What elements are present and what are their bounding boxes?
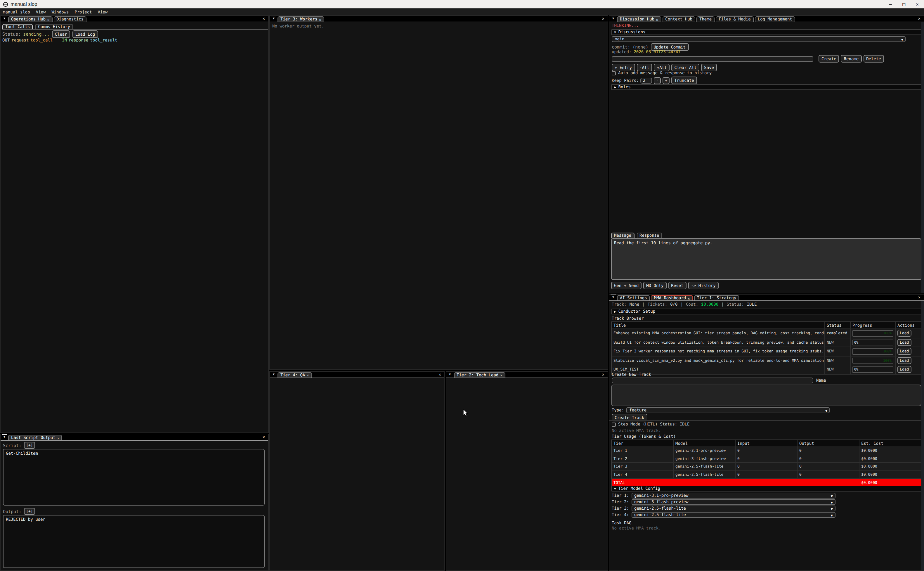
track-description-textarea[interactable] bbox=[611, 384, 921, 406]
mma-scrollbar[interactable] bbox=[921, 301, 923, 570]
panel-menu-icon[interactable]: ▼ bbox=[271, 16, 276, 21]
rename-button[interactable]: Rename bbox=[841, 55, 862, 63]
output-content-box[interactable]: REJECTED by user bbox=[3, 515, 265, 568]
close-tab-icon[interactable]: ✕ bbox=[57, 436, 59, 440]
to-history-button[interactable]: -> History bbox=[688, 282, 719, 289]
tab-files-media[interactable]: Files & Media bbox=[716, 16, 754, 22]
tab-log-management[interactable]: Log Management bbox=[755, 16, 795, 22]
close-tab-icon[interactable]: ✕ bbox=[47, 17, 49, 21]
close-tab-icon[interactable]: ✕ bbox=[500, 373, 502, 377]
tier1-model-select[interactable]: gemini-3.1-pro-preview ▼ bbox=[631, 493, 835, 498]
panel-close-icon[interactable]: ✕ bbox=[599, 372, 607, 377]
roles-section-header[interactable]: ▶ Roles bbox=[611, 84, 922, 90]
panel-menu-icon[interactable]: ▼ bbox=[611, 295, 616, 300]
minimize-button[interactable]: – bbox=[884, 0, 897, 8]
tab-tier1-strategy[interactable]: Tier 1: Strategy bbox=[694, 295, 739, 300]
discussion-select[interactable]: main ▼ bbox=[612, 36, 906, 42]
collapsed-triangle-icon: ▶ bbox=[614, 310, 616, 313]
conductor-setup-header[interactable]: ▶ Conductor Setup bbox=[611, 309, 922, 315]
tab-diagnostics[interactable]: Diagnostics bbox=[54, 16, 86, 22]
tab-message[interactable]: Message bbox=[611, 233, 634, 238]
increment-button[interactable]: + bbox=[663, 77, 670, 84]
table-row[interactable]: UX_SIM_TEST NEW 0% Load bbox=[612, 365, 921, 374]
save-button[interactable]: Save bbox=[701, 64, 717, 71]
table-row[interactable]: Enhance existing MMA orchestration GUI: … bbox=[612, 329, 921, 338]
tier3-model-select[interactable]: gemini-2.5-flash-lite ▼ bbox=[631, 506, 835, 511]
clear-all-button[interactable]: Clear All bbox=[671, 64, 699, 71]
load-button[interactable]: Load bbox=[898, 348, 911, 355]
load-button[interactable]: Load bbox=[898, 339, 911, 346]
menu-manual-slop[interactable]: manual slop bbox=[0, 10, 33, 14]
tier-model-config-header[interactable]: ▼ Tier Model Config bbox=[611, 486, 922, 492]
tier4-model-select[interactable]: gemini-2.5-flash-lite ▼ bbox=[631, 512, 835, 518]
tab-comms-history[interactable]: Comms History bbox=[35, 24, 73, 29]
tab-response[interactable]: Response bbox=[636, 233, 662, 238]
close-button[interactable]: ✕ bbox=[910, 0, 924, 8]
tab-ai-settings[interactable]: AI Settings bbox=[617, 295, 650, 300]
panel-close-icon[interactable]: ✕ bbox=[260, 435, 268, 440]
close-tab-icon[interactable]: ✕ bbox=[307, 373, 309, 377]
tier2-model-select[interactable]: gemini-3-flash-preview ▼ bbox=[631, 499, 835, 505]
menu-project[interactable]: Project bbox=[72, 10, 95, 14]
script-expand-button[interactable]: [+] bbox=[24, 442, 35, 449]
panel-close-icon[interactable]: ✕ bbox=[260, 16, 268, 21]
load-button[interactable]: Load bbox=[898, 330, 911, 337]
table-row[interactable]: Stabilize visual_sim_mma_v2.py and mock_… bbox=[612, 356, 921, 365]
close-tab-icon[interactable]: ✕ bbox=[656, 17, 658, 21]
tool-call-log-entry[interactable]: OUT request tool_call IN response tool_r… bbox=[2, 38, 117, 43]
add-entry-button[interactable]: + Entry bbox=[612, 64, 635, 71]
tab-operations-hub[interactable]: Operations Hub ✕ bbox=[8, 16, 52, 22]
tab-tier4-qa[interactable]: Tier 4: QA ✕ bbox=[277, 372, 312, 377]
gen-send-button[interactable]: Gen + Send bbox=[611, 282, 642, 289]
maximize-button[interactable]: □ bbox=[897, 0, 910, 8]
panel-close-icon[interactable]: ✕ bbox=[915, 295, 923, 300]
reset-button[interactable]: Reset bbox=[668, 282, 686, 289]
tab-last-script-output[interactable]: Last Script Output ✕ bbox=[8, 435, 62, 440]
minus-all-button[interactable]: -All bbox=[636, 64, 652, 71]
menu-view-2[interactable]: View bbox=[95, 10, 111, 14]
tab-tool-calls[interactable]: Tool Calls bbox=[2, 24, 33, 29]
discussion-scrollbar[interactable] bbox=[921, 22, 923, 293]
panel-menu-icon[interactable]: ▼ bbox=[447, 371, 453, 377]
panel-menu-icon[interactable]: ▼ bbox=[2, 434, 7, 440]
track-type-select[interactable]: feature ▼ bbox=[626, 407, 830, 413]
delete-button[interactable]: Delete bbox=[863, 55, 884, 63]
menu-windows[interactable]: Windows bbox=[48, 10, 72, 14]
panel-menu-icon[interactable]: ▼ bbox=[2, 16, 7, 21]
panel-menu-icon[interactable]: ▼ bbox=[611, 16, 616, 21]
tab-theme[interactable]: Theme bbox=[696, 16, 715, 22]
close-tab-icon[interactable]: ✕ bbox=[319, 17, 321, 21]
panel-close-icon[interactable]: ✕ bbox=[599, 16, 607, 21]
discussion-name-input[interactable] bbox=[612, 56, 813, 62]
clear-button[interactable]: Clear bbox=[52, 30, 70, 38]
truncate-button[interactable]: Truncate bbox=[671, 77, 697, 84]
tab-mma-dashboard[interactable]: MMA Dashboard ✕ bbox=[651, 295, 693, 300]
table-row[interactable]: Build UI for context window utilization,… bbox=[612, 338, 921, 347]
md-only-button[interactable]: MD Only bbox=[643, 282, 666, 289]
menu-view-1[interactable]: View bbox=[33, 10, 49, 14]
step-mode-checkbox[interactable] bbox=[612, 422, 616, 426]
load-button[interactable]: Load bbox=[898, 357, 911, 364]
panel-close-icon[interactable]: ✕ bbox=[915, 16, 923, 21]
keep-pairs-input[interactable] bbox=[641, 77, 652, 83]
output-expand-button[interactable]: [+] bbox=[24, 508, 35, 515]
auto-add-checkbox[interactable] bbox=[612, 71, 616, 75]
tab-tier3-workers[interactable]: Tier 3: Workers ✕ bbox=[277, 16, 324, 22]
track-browser-label: Track Browser bbox=[612, 316, 644, 321]
decrement-button[interactable]: - bbox=[654, 77, 661, 84]
discussions-section-header[interactable]: ▼ Discussions bbox=[611, 29, 922, 35]
close-tab-icon[interactable]: ✕ bbox=[688, 296, 690, 300]
tab-context-hub[interactable]: Context Hub bbox=[662, 16, 695, 22]
load-log-button[interactable]: Load Log bbox=[72, 30, 98, 38]
load-button[interactable]: Load bbox=[898, 366, 911, 373]
script-content-box[interactable]: Get-ChildItem bbox=[3, 449, 265, 506]
panel-menu-icon[interactable]: ▼ bbox=[271, 371, 276, 377]
table-row[interactable]: Fix Tier 3 worker responses not reaching… bbox=[612, 347, 921, 356]
tab-tier2-tech-lead[interactable]: Tier 2: Tech Lead ✕ bbox=[454, 372, 505, 377]
tab-discussion-hub[interactable]: Discussion Hub ✕ bbox=[617, 16, 661, 22]
create-button[interactable]: Create bbox=[819, 55, 839, 63]
panel-close-icon[interactable]: ✕ bbox=[436, 372, 444, 377]
message-textarea[interactable]: Read the first 10 lines of aggregate.py. bbox=[611, 238, 921, 280]
track-name-input[interactable] bbox=[612, 378, 813, 383]
plus-all-button[interactable]: +All bbox=[654, 64, 670, 71]
